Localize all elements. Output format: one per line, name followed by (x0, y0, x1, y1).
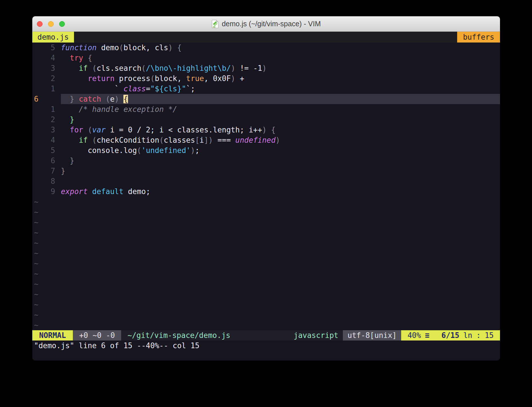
tab-demo-js[interactable]: demo.js (32, 32, 74, 43)
code-line[interactable]: 4 if (checkCondition(classes[i]) === und… (32, 135, 500, 145)
buffers-tab[interactable]: buffers (457, 32, 500, 43)
code-token (61, 115, 70, 124)
relative-line-number: 2 (32, 114, 61, 125)
code-token: classes (164, 136, 195, 144)
relative-line-number: 1 (32, 84, 61, 94)
relative-line-number: 5 (32, 145, 61, 156)
code-line-text: } (61, 166, 500, 176)
code-token (101, 95, 106, 103)
tilde-marker: ~ (32, 217, 39, 227)
code-token: ( (150, 74, 155, 83)
code-token: = (146, 84, 150, 93)
code-line-text: return process(block, true, 0x0F) + (61, 73, 500, 84)
code-token (88, 136, 92, 144)
code-token: block, (155, 74, 186, 83)
code-token: ( (141, 64, 146, 72)
code-token (267, 126, 271, 134)
code-line-text (61, 176, 500, 186)
line-position: 6/15 (441, 331, 459, 340)
code-line-text: } (61, 156, 500, 166)
tilde-marker: ~ (32, 269, 39, 279)
code-token: != -1 (235, 64, 262, 72)
code-line[interactable]: 8 (32, 176, 500, 186)
relative-line-number: 7 (32, 166, 61, 176)
code-line[interactable]: 1 /* handle exception */ (32, 104, 500, 114)
code-line[interactable]: 6 } catch (e) { (32, 94, 500, 104)
empty-line: ~ (32, 227, 500, 238)
code-token (61, 105, 79, 114)
js-document-icon: JS (211, 20, 219, 28)
empty-line: ~ (32, 279, 500, 289)
code-token (88, 64, 92, 72)
relative-line-number: 3 (32, 125, 61, 135)
code-line[interactable]: 5function demo(block, cls) { (32, 43, 500, 53)
code-line[interactable]: 9export default demo; (32, 186, 500, 197)
code-token: } (61, 95, 74, 103)
code-token: for (70, 126, 83, 134)
code-token: catch (79, 95, 101, 103)
scroll-percent: 40% (407, 331, 421, 340)
code-token: ( (159, 136, 164, 144)
minimize-button[interactable] (48, 21, 54, 27)
code-area[interactable]: 5function demo(block, cls) {4 try {3 if … (32, 43, 500, 330)
code-token: default (92, 187, 124, 196)
relative-line-number: 6 (32, 156, 61, 166)
block-cursor: { (123, 95, 128, 103)
code-line[interactable]: 2 return process(block, true, 0x0F) + (32, 73, 500, 84)
code-line[interactable]: 3 for (var i = 0 / 2; i < classes.length… (32, 125, 500, 135)
tab-label: demo.js (37, 33, 69, 41)
code-token: ( (119, 43, 124, 52)
lines-icon: ≡ (425, 331, 429, 340)
code-token: { (177, 43, 182, 52)
code-token: if (79, 64, 88, 72)
relative-line-number: 4 (32, 135, 61, 145)
code-token: ) (115, 95, 119, 103)
code-line-text: } (61, 114, 500, 125)
code-line-text: } catch (e) { (61, 94, 500, 104)
code-line[interactable]: 5 console.log('undefined'); (32, 145, 500, 156)
code-token: cls.search (97, 64, 141, 72)
tilde-marker: ~ (32, 289, 39, 299)
fullscreen-button[interactable] (59, 21, 65, 27)
code-token: demo (97, 43, 119, 52)
code-token: + (235, 74, 244, 83)
code-line[interactable]: 2 } (32, 114, 500, 125)
column-label: ln (463, 331, 472, 340)
code-line[interactable]: 3 if (cls.search(/\bno\-highlight\b/) !=… (32, 63, 500, 73)
code-token: ) (231, 64, 235, 72)
tab-bar: demo.js buffers (32, 32, 500, 43)
buffers-label: buffers (463, 33, 494, 41)
empty-line: ~ (32, 310, 500, 320)
code-token: block, cls (123, 43, 168, 52)
code-token: } (70, 115, 74, 124)
empty-line: ~ (32, 207, 500, 217)
mode-indicator: NORMAL (32, 330, 73, 340)
code-token (88, 187, 92, 196)
tilde-marker: ~ (32, 227, 39, 238)
code-token: ; (195, 146, 200, 155)
code-token: { (88, 54, 92, 62)
tilde-marker: ~ (32, 310, 39, 320)
code-line[interactable]: 1 ` class="${cls}"`; (32, 84, 500, 94)
code-line-text: function demo(block, cls) { (61, 43, 500, 53)
close-button[interactable] (37, 21, 43, 27)
code-line[interactable]: 4 try { (32, 53, 500, 63)
code-token: if (79, 136, 88, 144)
code-line[interactable]: 6 } (32, 156, 500, 166)
git-hunks-indicator: +0 ~0 -0 (73, 330, 121, 340)
svg-text:JS: JS (213, 26, 215, 28)
code-token (83, 54, 88, 62)
column-number: 15 (485, 331, 494, 340)
code-line[interactable]: 7} (32, 166, 500, 176)
code-token: ) (168, 43, 173, 52)
code-token: console.log (61, 146, 137, 155)
code-line-text: try { (61, 53, 500, 63)
tilde-marker: ~ (32, 248, 39, 258)
relative-line-number: 2 (32, 73, 61, 84)
code-token: ) (262, 126, 267, 134)
column-separator: : (476, 331, 481, 340)
code-token: checkCondition (97, 136, 159, 144)
empty-line: ~ (32, 197, 500, 207)
code-token: ) (191, 146, 195, 155)
empty-line: ~ (32, 299, 500, 310)
